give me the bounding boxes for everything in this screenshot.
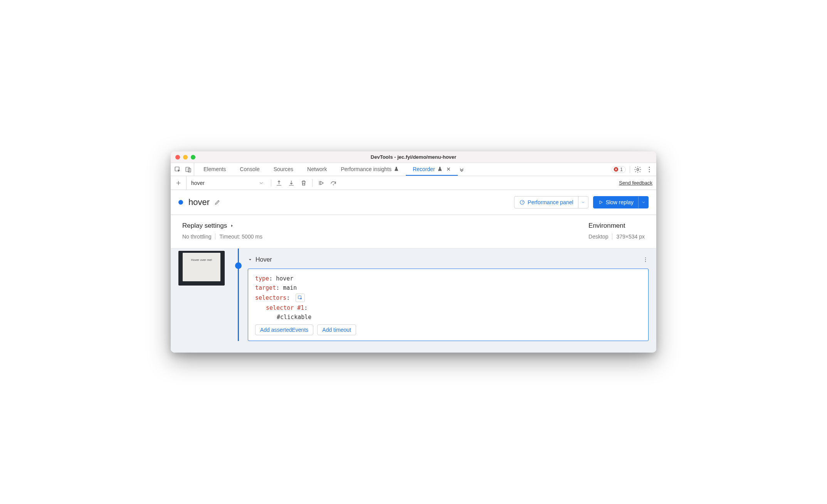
recorder-toolbar: hover Send feedback — [171, 176, 656, 190]
timeout-value: Timeout: 5000 ms — [219, 234, 262, 240]
kebab-menu-icon[interactable] — [645, 166, 653, 173]
svg-point-11 — [645, 259, 646, 260]
error-count: 1 — [620, 167, 623, 172]
tab-recorder[interactable]: Recorder ✕ — [406, 163, 458, 176]
gauge-icon — [519, 199, 525, 205]
export-icon[interactable] — [275, 179, 283, 187]
tab-elements[interactable]: Elements — [197, 163, 233, 176]
step-card: type: hover target: main selectors: sele… — [248, 269, 649, 341]
dimensions-value: 379×534 px — [616, 234, 645, 240]
step-title: Hover — [255, 256, 272, 263]
svg-point-4 — [637, 168, 639, 170]
environment-heading: Environment — [588, 222, 645, 230]
tabs-row: Elements Console Sources Network Perform… — [171, 163, 656, 176]
thumbnail-text: Hover over me! — [183, 253, 220, 281]
recording-title-row: hover Performance panel Slow replay — [171, 190, 656, 215]
caret-down-icon — [248, 257, 252, 262]
devtools-window: DevTools - jec.fyi/demo/menu-hover Eleme… — [171, 151, 656, 353]
flask-icon — [437, 166, 442, 171]
step-row-target[interactable]: target: main — [255, 284, 641, 291]
flask-icon — [394, 166, 399, 171]
step-over-icon[interactable] — [329, 179, 337, 187]
settings-gear-icon[interactable] — [634, 166, 642, 173]
svg-point-5 — [649, 166, 650, 168]
chevron-down-icon — [259, 180, 264, 186]
caret-right-icon — [230, 224, 234, 228]
slow-replay-caret[interactable] — [638, 197, 648, 208]
error-icon — [614, 167, 619, 172]
recording-select-value: hover — [191, 180, 205, 186]
timeline-node[interactable] — [235, 262, 242, 269]
delete-icon[interactable] — [300, 179, 308, 187]
step-row-selector1[interactable]: selector #1: — [266, 304, 641, 311]
send-feedback-link[interactable]: Send feedback — [619, 180, 652, 186]
device-value: Desktop — [588, 234, 608, 240]
step-row-selectors[interactable]: selectors: — [255, 294, 641, 302]
add-timeout-button[interactable]: Add timeout — [317, 324, 356, 335]
svg-point-8 — [333, 184, 334, 185]
step-play-icon[interactable] — [317, 179, 325, 187]
play-icon — [598, 200, 603, 205]
chevron-down-icon — [641, 200, 646, 205]
performance-panel-caret[interactable] — [578, 197, 588, 208]
step-menu-icon[interactable] — [642, 257, 649, 263]
device-toggle-icon[interactable] — [185, 166, 192, 173]
inspect-icon[interactable] — [174, 166, 182, 173]
more-tabs-icon[interactable] — [458, 166, 466, 173]
step-row-type[interactable]: type: hover — [255, 275, 641, 282]
tab-console[interactable]: Console — [233, 163, 266, 176]
svg-point-7 — [649, 171, 650, 172]
timeline: Hover over me! Hover type: hover target:… — [171, 248, 656, 353]
recording-status-dot — [178, 200, 183, 205]
error-badge[interactable]: 1 — [612, 166, 626, 173]
new-recording-button[interactable] — [175, 179, 182, 187]
replay-settings-toggle[interactable]: Replay settings — [182, 222, 262, 230]
slow-replay-button[interactable]: Slow replay — [593, 196, 649, 208]
close-tab-icon[interactable]: ✕ — [446, 166, 451, 172]
tab-network[interactable]: Network — [300, 163, 334, 176]
titlebar: DevTools - jec.fyi/demo/menu-hover — [171, 151, 656, 163]
svg-point-10 — [645, 257, 646, 258]
import-icon[interactable] — [287, 179, 295, 187]
svg-point-12 — [645, 261, 646, 262]
recording-select[interactable]: hover — [186, 176, 267, 190]
selector-value[interactable]: #clickable — [277, 314, 641, 321]
add-asserted-events-button[interactable]: Add assertedEvents — [255, 324, 313, 335]
step-thumbnail[interactable]: Hover over me! — [178, 251, 225, 286]
tab-performance-insights[interactable]: Performance insights — [334, 163, 406, 176]
slow-replay-label: Slow replay — [606, 199, 634, 205]
edit-title-icon[interactable] — [213, 198, 221, 206]
tab-sources[interactable]: Sources — [267, 163, 300, 176]
svg-point-6 — [649, 169, 650, 170]
performance-panel-label: Performance panel — [528, 199, 573, 205]
window-title: DevTools - jec.fyi/demo/menu-hover — [171, 154, 656, 160]
timeline-line — [232, 249, 248, 341]
element-picker-icon[interactable] — [296, 294, 305, 302]
throttling-value: No throttling — [182, 234, 211, 240]
tab-list: Elements Console Sources Network Perform… — [197, 163, 608, 176]
settings-strip: Replay settings No throttling Timeout: 5… — [171, 215, 656, 248]
recording-title: hover — [188, 197, 210, 207]
chevron-down-icon — [581, 200, 585, 205]
step-header[interactable]: Hover — [248, 256, 649, 263]
svg-rect-1 — [186, 167, 189, 171]
performance-panel-button[interactable]: Performance panel — [514, 196, 588, 208]
